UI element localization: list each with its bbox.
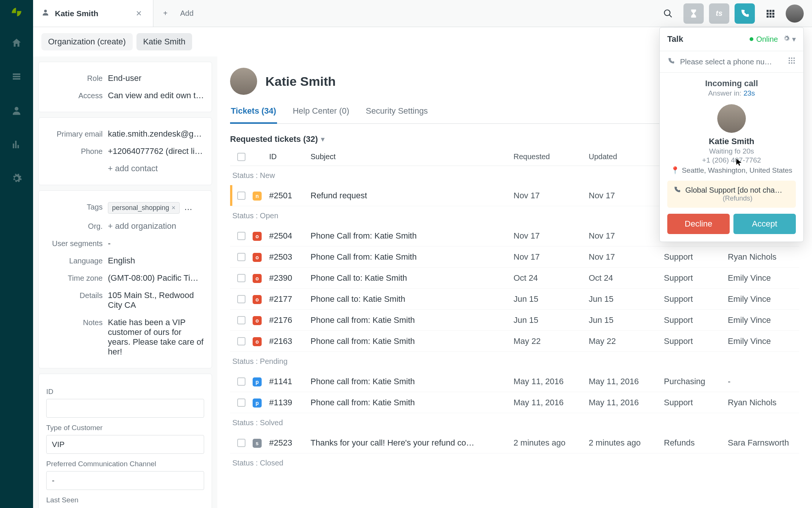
ts-icon[interactable]: ts xyxy=(709,3,729,24)
language-value[interactable]: English xyxy=(108,256,204,266)
table-row[interactable]: o#2390Phone Call to: Katie SmithOct 24Oc… xyxy=(230,268,799,289)
table-row[interactable]: s#2523Thanks for your call! Here's your … xyxy=(230,432,799,453)
ticket-subject: Phone call from: Katie Smith xyxy=(311,377,514,386)
tab-help-center[interactable]: Help Center (0) xyxy=(292,102,350,123)
decline-button[interactable]: Decline xyxy=(667,214,730,234)
caller-number: +1 (206) 407-7762 xyxy=(667,156,796,164)
row-checkbox[interactable] xyxy=(237,232,245,240)
remove-tag-icon[interactable]: × xyxy=(199,204,203,212)
ticket-assignee: Sara Farnsworth xyxy=(728,438,799,448)
ticket-requested: Nov 17 xyxy=(514,191,589,201)
ticket-assignee: Emily Vince xyxy=(728,294,799,304)
cf-id-input[interactable] xyxy=(46,399,204,418)
ticket-requested: 2 minutes ago xyxy=(514,438,589,448)
close-icon[interactable]: × xyxy=(136,8,142,19)
svg-point-12 xyxy=(794,58,795,59)
tab-security[interactable]: Security Settings xyxy=(365,102,429,123)
col-id[interactable]: ID xyxy=(269,152,311,161)
ticket-updated: Nov 17 xyxy=(589,252,664,262)
apps-grid-icon[interactable] xyxy=(760,3,780,24)
segments-value[interactable]: - xyxy=(108,239,204,248)
status-group-pending: Status : Pending xyxy=(230,352,799,371)
talk-title: Talk xyxy=(667,34,683,44)
crumb-user[interactable]: Katie Smith xyxy=(136,33,192,50)
app-logo[interactable] xyxy=(9,5,24,20)
tz-value[interactable]: (GMT-08:00) Pacific Tim… xyxy=(108,273,204,283)
ticket-updated: May 11, 2016 xyxy=(589,377,664,386)
answer-in: Answer in: 23s xyxy=(667,89,796,97)
keypad-icon[interactable] xyxy=(788,56,796,67)
cf-type-input[interactable] xyxy=(46,435,204,454)
table-row[interactable]: p#1141Phone call from: Katie SmithMay 11… xyxy=(230,371,799,392)
crumb-org[interactable]: Organization (create) xyxy=(41,33,133,50)
ticket-subject: Phone Call from: Katie Smith xyxy=(311,252,514,262)
svg-rect-5 xyxy=(770,12,771,14)
table-row[interactable]: o#2163Phone call from: Katie SmithMay 22… xyxy=(230,331,799,352)
col-updated[interactable]: Updated xyxy=(589,152,664,161)
incoming-label: Incoming call xyxy=(667,79,796,88)
hourglass-icon[interactable] xyxy=(683,3,704,24)
role-value[interactable]: End-user xyxy=(108,73,204,83)
row-checkbox[interactable] xyxy=(237,398,245,407)
svg-point-13 xyxy=(789,60,790,61)
row-checkbox[interactable] xyxy=(237,377,245,386)
tab-tickets[interactable]: Tickets (34) xyxy=(230,102,277,123)
row-checkbox[interactable] xyxy=(237,439,245,447)
add-label: Add xyxy=(180,9,194,18)
status-group-solved: Status : Solved xyxy=(230,413,799,432)
cf-channel-input[interactable] xyxy=(46,471,204,490)
svg-point-14 xyxy=(791,60,792,61)
ticket-group: Support xyxy=(664,273,728,283)
tags-value[interactable]: personal_shopping× vip× xyxy=(108,202,204,214)
language-label: Language xyxy=(46,256,103,265)
nav-home-icon[interactable] xyxy=(6,32,27,53)
add-contact-link[interactable]: + add contact xyxy=(108,164,204,173)
ticket-group: Support xyxy=(664,398,728,408)
search-icon[interactable] xyxy=(658,3,678,24)
user-avatar[interactable] xyxy=(230,68,257,95)
tab-add[interactable]: + Add xyxy=(153,0,203,27)
gear-icon[interactable]: ▾ xyxy=(783,35,796,44)
ticket-id: #2523 xyxy=(269,438,311,448)
talk-phone-icon[interactable] xyxy=(735,3,755,24)
details-value[interactable]: 105 Main St., Redwood City CA xyxy=(108,291,204,310)
email-value[interactable]: katie.smith.zendesk@g…▾ xyxy=(108,129,204,139)
ticket-id: #2390 xyxy=(269,273,311,283)
table-row[interactable]: o#2176Phone call from: Katie SmithJun 15… xyxy=(230,310,799,331)
avatar[interactable] xyxy=(786,5,804,23)
phone-value[interactable]: +12064077762 (direct line) xyxy=(108,146,204,156)
nav-rail xyxy=(0,0,33,508)
svg-rect-3 xyxy=(772,10,774,12)
row-checkbox[interactable] xyxy=(237,295,245,303)
row-checkbox[interactable] xyxy=(237,316,245,324)
access-value[interactable]: Can view and edit own ti… xyxy=(108,91,204,100)
svg-rect-6 xyxy=(772,12,774,14)
row-checkbox[interactable] xyxy=(237,337,245,345)
col-requested[interactable]: Requested xyxy=(514,152,589,161)
chevron-down-icon: ▾ xyxy=(321,135,324,143)
row-checkbox[interactable] xyxy=(237,253,245,261)
remove-tag-icon[interactable]: × xyxy=(171,204,176,212)
col-subject[interactable]: Subject xyxy=(311,152,514,161)
add-org-link[interactable]: + add organization xyxy=(108,221,204,231)
table-row[interactable]: o#2503Phone Call from: Katie SmithNov 17… xyxy=(230,246,799,268)
nav-views-icon[interactable] xyxy=(6,66,27,87)
ticket-subject: Phone call from: Katie Smith xyxy=(311,398,514,408)
nav-customers-icon[interactable] xyxy=(6,100,27,121)
ticket-requested: May 11, 2016 xyxy=(514,398,589,408)
talk-status[interactable]: Online xyxy=(750,35,778,44)
tz-label: Time zone xyxy=(46,273,103,283)
row-checkbox[interactable] xyxy=(237,274,245,282)
segments-label: User segments xyxy=(46,239,103,248)
row-checkbox[interactable] xyxy=(237,192,245,200)
tab-user[interactable]: Katie Smith × xyxy=(33,0,153,27)
table-row[interactable]: o#2177Phone call to: Katie SmithJun 15Ju… xyxy=(230,289,799,310)
nav-reports-icon[interactable] xyxy=(6,134,27,155)
select-all-checkbox[interactable] xyxy=(237,153,245,161)
ticket-group: Refunds xyxy=(664,438,728,448)
accept-button[interactable]: Accept xyxy=(733,214,796,234)
table-row[interactable]: p#1139Phone call from: Katie SmithMay 11… xyxy=(230,392,799,413)
phone-select[interactable]: Please select a phone nu… xyxy=(660,51,803,73)
nav-admin-icon[interactable] xyxy=(6,168,27,189)
notes-value[interactable]: Katie has been a VIP customer of ours fo… xyxy=(108,318,204,357)
